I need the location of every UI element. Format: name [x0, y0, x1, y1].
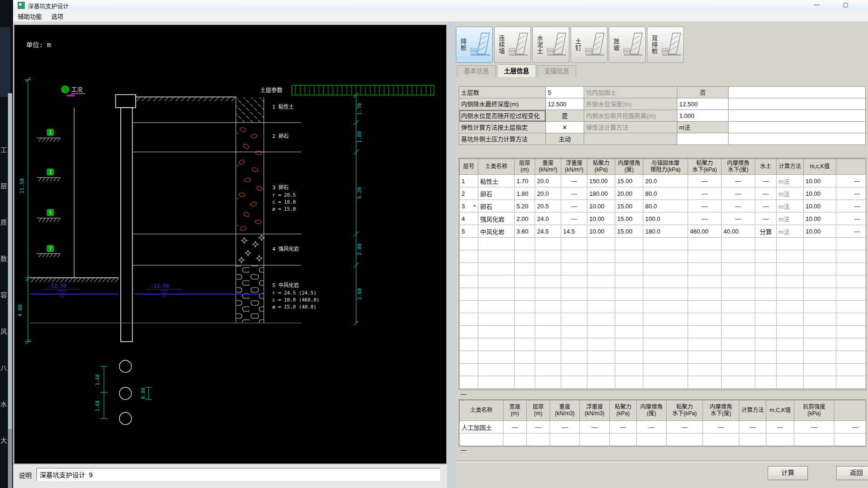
empty-cell[interactable] — [610, 433, 637, 446]
table-cell[interactable]: 15.00 — [615, 225, 643, 238]
form-value-2[interactable]: 12.500 — [677, 98, 729, 110]
empty-cell[interactable] — [535, 326, 561, 338]
table-cell[interactable]: 80.0 — [643, 187, 688, 200]
empty-cell[interactable] — [643, 301, 688, 313]
table-cell[interactable]: — — [580, 421, 610, 433]
empty-cell[interactable] — [804, 250, 836, 263]
empty-cell[interactable] — [643, 338, 688, 351]
empty-cell[interactable] — [688, 376, 722, 389]
empty-cell[interactable] — [804, 238, 836, 250]
table-cell[interactable]: 4 — [460, 213, 478, 225]
empty-cell[interactable] — [561, 250, 587, 263]
table-cell[interactable]: — — [755, 187, 777, 200]
table-cell[interactable]: — — [667, 421, 703, 433]
empty-cell[interactable] — [615, 351, 643, 364]
empty-cell[interactable] — [777, 238, 804, 250]
table-cell[interactable]: m法 — [777, 213, 804, 225]
empty-cell[interactable] — [478, 301, 515, 313]
table-cell[interactable]: — — [637, 421, 667, 433]
table-cell[interactable]: 10.00 — [804, 225, 836, 238]
table-cell[interactable]: 卵石 — [478, 187, 515, 200]
table-cell[interactable]: 1.70 — [515, 175, 535, 187]
empty-cell[interactable] — [460, 326, 478, 338]
empty-cell[interactable] — [460, 351, 478, 364]
empty-cell[interactable] — [535, 376, 561, 389]
empty-cell[interactable] — [804, 301, 836, 313]
table-cell[interactable]: 15.00 — [615, 175, 643, 187]
table-cell[interactable]: 5 — [460, 225, 478, 238]
empty-cell[interactable] — [722, 301, 755, 313]
table-cell[interactable]: — — [836, 200, 867, 213]
empty-cell[interactable] — [722, 250, 755, 263]
empty-cell[interactable] — [777, 351, 804, 364]
empty-cell[interactable] — [688, 364, 722, 376]
cad-drawing-canvas[interactable]: 单位: m 1 工况 11.50 4.00 1357 — [14, 25, 447, 464]
empty-cell[interactable] — [643, 351, 688, 364]
table-cell[interactable]: m法 — [777, 200, 804, 213]
empty-cell[interactable] — [478, 275, 515, 288]
empty-cell[interactable] — [836, 288, 867, 301]
table-cell[interactable]: 20.0 — [535, 175, 561, 187]
empty-cell[interactable] — [478, 376, 515, 389]
empty-cell[interactable] — [643, 376, 688, 389]
empty-cell[interactable] — [836, 313, 867, 326]
table-cell[interactable]: 2 — [460, 187, 478, 200]
table-cell[interactable]: — — [703, 421, 739, 433]
table-cell[interactable]: — — [836, 213, 867, 225]
empty-cell[interactable] — [515, 351, 535, 364]
empty-cell[interactable] — [615, 326, 643, 338]
empty-cell[interactable] — [643, 313, 688, 326]
table-cell[interactable]: — — [722, 213, 755, 225]
empty-cell[interactable] — [667, 433, 703, 446]
empty-cell[interactable] — [587, 238, 615, 250]
empty-cell[interactable] — [836, 376, 867, 389]
table-cell[interactable]: 10.00 — [804, 187, 836, 200]
table-cell[interactable]: 中风化岩 — [478, 225, 515, 238]
form-value-2[interactable]: m法 — [677, 122, 729, 133]
empty-cell[interactable] — [615, 275, 643, 288]
empty-cell[interactable] — [561, 376, 587, 389]
table-cell[interactable]: 15.00 — [615, 200, 643, 213]
empty-cell[interactable] — [587, 263, 615, 275]
empty-cell[interactable] — [836, 301, 867, 313]
empty-cell[interactable] — [643, 364, 688, 376]
splitter-handle-upper[interactable]: — — [461, 391, 467, 398]
tab-土层信息[interactable]: 土层信息 — [497, 64, 536, 77]
empty-cell[interactable] — [755, 326, 777, 338]
table-cell[interactable]: 180.0 — [643, 225, 688, 238]
empty-cell[interactable] — [722, 275, 755, 288]
empty-cell[interactable] — [460, 364, 478, 376]
empty-cell[interactable] — [777, 288, 804, 301]
table-cell[interactable]: — — [794, 421, 834, 433]
table-cell[interactable]: m法 — [777, 225, 804, 238]
table-cell[interactable]: 150.00 — [587, 175, 615, 187]
form-value[interactable]: 5 — [546, 87, 584, 98]
empty-cell[interactable] — [688, 238, 722, 250]
empty-cell[interactable] — [804, 338, 836, 351]
empty-cell[interactable] — [535, 263, 561, 275]
empty-cell[interactable] — [478, 338, 515, 351]
table-cell[interactable]: 1 — [460, 175, 478, 187]
table-cell[interactable]: 粘性土 — [478, 175, 515, 187]
table-cell[interactable]: 460.00 — [688, 225, 722, 238]
empty-cell[interactable] — [561, 238, 587, 250]
table-cell[interactable]: 180.00 — [587, 187, 615, 200]
empty-cell[interactable] — [561, 364, 587, 376]
table-cell[interactable]: 卵石 — [478, 200, 515, 213]
tool-button-放坡[interactable]: 放坡 — [609, 27, 646, 63]
empty-cell[interactable] — [460, 313, 478, 326]
empty-cell[interactable] — [460, 301, 478, 313]
empty-cell[interactable] — [804, 275, 836, 288]
table-cell[interactable]: 10.00 — [587, 213, 615, 225]
table-cell[interactable]: 5.20 — [515, 200, 535, 213]
tool-button-连续墙[interactable]: 连续墙 — [494, 27, 531, 63]
empty-cell[interactable] — [587, 301, 615, 313]
empty-cell[interactable] — [643, 238, 688, 250]
table-cell[interactable]: 24.5 — [535, 225, 561, 238]
table-cell[interactable]: — — [836, 187, 867, 200]
empty-cell[interactable] — [561, 338, 587, 351]
empty-cell[interactable] — [755, 275, 777, 288]
empty-cell[interactable] — [836, 238, 867, 250]
empty-cell[interactable] — [535, 364, 561, 376]
empty-cell[interactable] — [587, 313, 615, 326]
